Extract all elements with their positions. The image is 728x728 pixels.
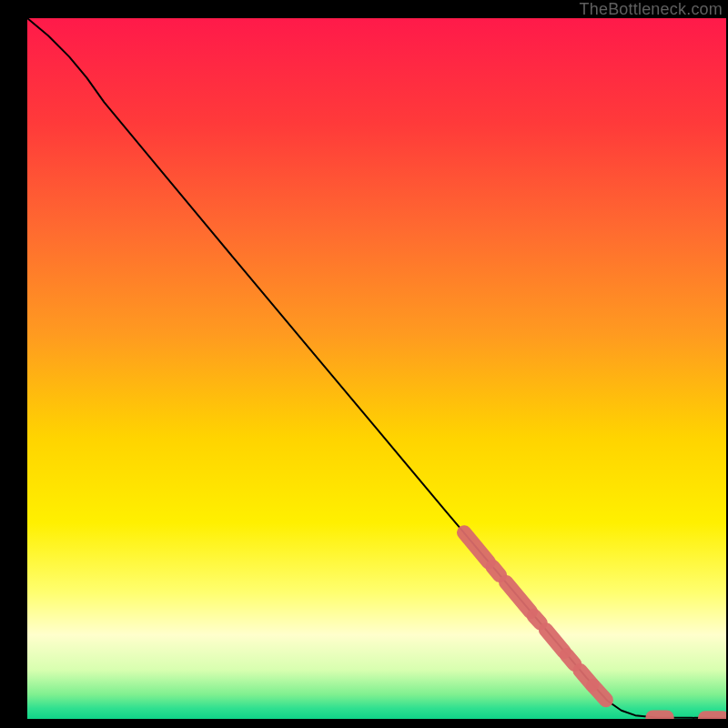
chart-container: TheBottleneck.com <box>0 0 728 728</box>
data-marker <box>534 616 541 623</box>
plot-area <box>27 18 726 719</box>
data-marker <box>593 686 606 700</box>
data-marker <box>567 655 574 664</box>
data-marker <box>492 567 500 575</box>
gradient-background <box>27 18 726 719</box>
chart-svg <box>27 18 726 719</box>
attribution-text: TheBottleneck.com <box>580 0 723 19</box>
